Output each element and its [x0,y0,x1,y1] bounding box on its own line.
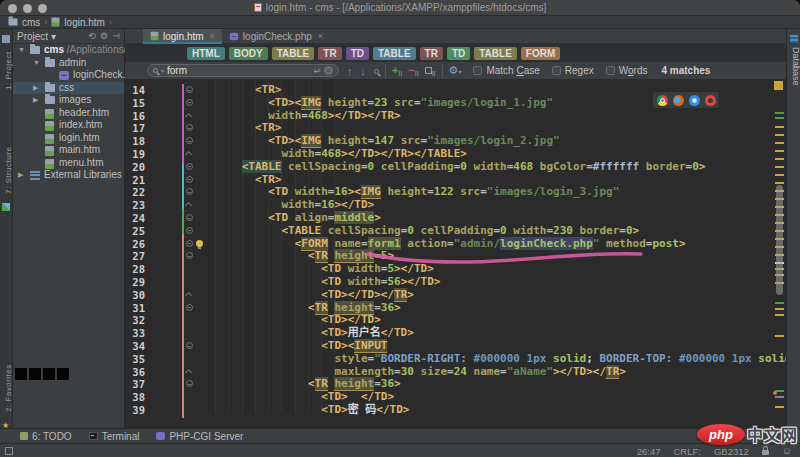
tree-item-login-htm[interactable]: login.htm [13,132,124,145]
toolwindow-button-structure[interactable]: 7: Structure [0,139,13,201]
error-stripe[interactable] [772,80,786,421]
fold-collapse-icon[interactable] [186,99,193,106]
clear-search-icon[interactable]: × [324,66,333,75]
htm-icon [45,109,54,119]
chevron-down-icon[interactable]: ▼ [18,44,25,57]
safari-icon[interactable] [689,95,700,106]
fold-collapse-icon[interactable] [186,240,193,247]
fold-collapse-icon[interactable] [186,137,193,144]
inspector-face-icon[interactable]: ☺ [782,446,792,456]
vertical-scrollbar-thumb[interactable] [776,185,783,295]
close-tab-icon[interactable]: × [210,31,215,41]
collapse-all-icon[interactable]: ⟲ [89,31,97,41]
hide-panel-icon[interactable]: ⊣ [112,31,120,41]
stripe-mark [775,308,784,310]
fold-collapse-icon[interactable] [186,124,193,131]
tree-item-cms[interactable]: ▼cms /Applications/XAM [13,44,124,57]
find-all-icon[interactable] [374,65,379,76]
line-number: 16 [125,110,145,123]
fold-collapse-icon[interactable] [186,342,193,349]
toolwindow-button-project[interactable]: 1: Project [0,45,13,97]
code-area[interactable]: 14 <TR>15 <TD><IMG height=23 src="images… [125,80,786,421]
breadcrumb-item[interactable]: login.htm [51,17,105,28]
fold-end-icon[interactable] [186,368,191,375]
fold-collapse-icon[interactable] [186,176,193,183]
checkbox[interactable] [473,66,482,75]
chevron-down-icon[interactable]: ▼ [33,57,40,70]
fold-end-icon[interactable] [186,150,191,157]
fold-collapse-icon[interactable] [186,304,193,311]
find-previous-button[interactable]: ↑ [347,65,353,77]
tree-item-menu-htm[interactable]: menu.htm [13,157,124,170]
checkbox[interactable] [552,66,561,75]
toolwindow-button-php-cgi-server[interactable]: PHP-CGI Server [156,431,243,442]
fold-end-icon[interactable] [186,291,191,298]
tree-item-admin[interactable]: ▼admin [13,57,124,70]
find-option-match-case[interactable]: Match Case [473,65,539,76]
tree-item-header-htm[interactable]: header.htm [13,107,124,120]
tree-item-index-htm[interactable]: index.htm [13,119,124,132]
tree-item-external-libraries[interactable]: ▶External Libraries [13,169,124,182]
toolwindow-button-terminal[interactable]: Terminal [89,431,140,442]
fold-collapse-icon[interactable] [186,86,193,93]
tree-item-css[interactable]: ▶css [13,82,124,95]
opera-icon[interactable] [705,95,716,106]
chevron-right-icon[interactable]: ▶ [33,94,38,107]
search-settings-gear-icon[interactable]: ⚙▾ [449,64,462,77]
lock-icon[interactable] [762,450,769,455]
fold-collapse-icon[interactable] [186,163,193,170]
toolwindow-button-favorites[interactable]: 2: Favorites [0,359,13,417]
fold-collapse-icon[interactable] [186,188,193,195]
tag-crumb-table[interactable]: TABLE [272,47,315,60]
breadcrumb-item[interactable]: cms [8,17,40,28]
settings-gear-icon[interactable]: ⚙ [100,31,108,41]
find-option-regex[interactable]: Regex [552,65,594,76]
chevron-right-icon[interactable]: ▶ [18,169,23,182]
tag-crumb-tr[interactable]: TR [318,47,341,60]
select-all-occurrences-icon[interactable]: II [425,65,436,77]
fold-end-icon[interactable] [186,112,191,119]
tag-crumb-td[interactable]: TD [346,47,369,60]
tag-crumb-td[interactable]: TD [447,47,470,60]
add-selection-icon[interactable]: +II [392,64,402,77]
tag-crumb-table[interactable]: TABLE [474,47,517,60]
fold-collapse-icon[interactable] [186,380,193,387]
code-line[interactable]: 39 <TD>密 码</TD> [125,404,786,417]
line-number: 24 [125,212,145,225]
chrome-icon[interactable] [657,95,668,106]
find-option-words[interactable]: Words [606,65,648,76]
line-number: 38 [125,391,145,404]
search-history-chevron-icon[interactable]: ▾ [161,67,164,74]
search-field[interactable]: ▾ ↵ × [147,64,339,77]
fold-collapse-icon[interactable] [186,252,193,259]
toolwindow-button-6-todo[interactable]: 6: TODO [20,431,72,442]
project-panel-title[interactable]: Project ▾ [17,31,56,42]
breadcrumb: cms›login.htm› [0,16,800,29]
tag-crumb-table[interactable]: TABLE [373,47,416,60]
toolwindow-toggle-icon[interactable] [5,447,13,455]
chevron-right-icon[interactable]: ▶ [33,82,38,95]
tree-item-main-htm[interactable]: main.htm [13,144,124,157]
firefox-icon[interactable] [673,95,684,106]
tag-crumb-html[interactable]: HTML [187,47,225,60]
fold-end-icon[interactable] [186,201,191,208]
tree-item-images[interactable]: ▶images [13,94,124,107]
close-tab-icon[interactable]: × [318,31,323,41]
tree-item-logincheck-php[interactable]: loginCheck.php [13,69,124,82]
tag-crumb-form[interactable]: FORM [521,47,560,60]
caret-position[interactable]: 26:47 [637,446,661,457]
line-ending-indicator[interactable]: CRLF: [673,446,700,457]
tab-login-htm[interactable]: login.htm× [143,29,222,43]
file-status-indicator[interactable] [774,81,783,90]
search-input[interactable] [167,65,310,76]
tab-loginCheck-php[interactable]: loginCheck.php× [222,29,330,43]
file-encoding-indicator[interactable]: GB2312 [714,446,749,457]
find-next-button[interactable]: ↓ [361,65,367,77]
tag-crumb-tr[interactable]: TR [420,47,443,60]
checkbox[interactable] [606,66,615,75]
remove-selection-icon[interactable]: −II [408,64,418,77]
fold-collapse-icon[interactable] [186,214,193,221]
toolwindow-button-database[interactable]: Database [787,47,800,86]
fold-collapse-icon[interactable] [186,227,193,234]
tag-crumb-body[interactable]: BODY [229,47,268,60]
